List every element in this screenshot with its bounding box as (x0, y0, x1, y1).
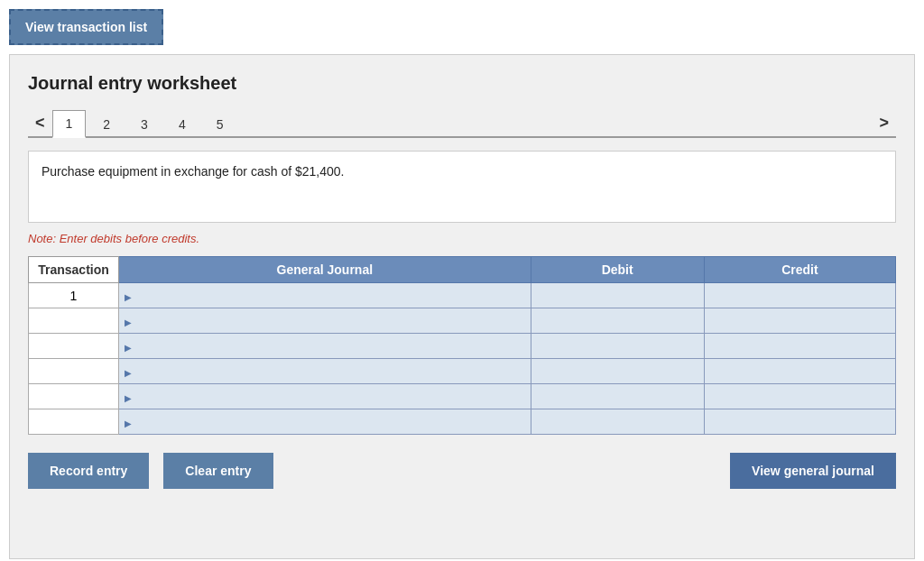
table-row (29, 384, 896, 409)
cell-credit-2[interactable] (704, 308, 895, 334)
cell-credit-4[interactable] (704, 359, 895, 384)
tab-row: < 1 2 3 4 5 > (28, 108, 896, 138)
cell-transaction-4 (29, 359, 119, 384)
tab-prev-button[interactable]: < (28, 111, 52, 134)
note-text: Note: Enter debits before credits. (28, 232, 896, 245)
tab-2[interactable]: 2 (89, 111, 124, 138)
tab-1[interactable]: 1 (52, 110, 87, 138)
cell-debit-3[interactable] (531, 334, 704, 359)
tab-4[interactable]: 4 (165, 111, 199, 138)
table-row: 1 (29, 283, 896, 308)
cell-journal-6[interactable] (119, 409, 531, 435)
col-header-transaction: Transaction (29, 257, 119, 283)
cell-transaction-1: 1 (29, 283, 119, 308)
tab-3[interactable]: 3 (127, 111, 162, 138)
record-entry-button[interactable]: Record entry (28, 453, 149, 489)
clear-entry-button[interactable]: Clear entry (163, 453, 273, 489)
col-header-general-journal: General Journal (119, 257, 531, 283)
cell-debit-5[interactable] (531, 384, 704, 409)
description-box: Purchase equipment in exchange for cash … (28, 151, 896, 223)
button-row: Record entry Clear entry View general jo… (28, 453, 896, 489)
table-row (29, 308, 896, 334)
worksheet-title: Journal entry worksheet (28, 73, 896, 94)
cell-journal-3[interactable] (119, 334, 531, 359)
cell-journal-1[interactable] (119, 283, 531, 308)
cell-transaction-5 (29, 384, 119, 409)
description-text: Purchase equipment in exchange for cash … (42, 164, 344, 179)
cell-credit-5[interactable] (704, 384, 895, 409)
main-container: Journal entry worksheet < 1 2 3 4 5 > Pu… (9, 54, 915, 559)
cell-transaction-6 (29, 409, 119, 435)
cell-debit-6[interactable] (531, 409, 704, 435)
journal-table: Transaction General Journal Debit Credit… (28, 256, 896, 435)
cell-journal-4[interactable] (119, 359, 531, 384)
cell-transaction-2 (29, 308, 119, 334)
table-row (29, 409, 896, 435)
col-header-debit: Debit (531, 257, 704, 283)
view-general-journal-button[interactable]: View general journal (730, 453, 896, 489)
cell-journal-5[interactable] (119, 384, 531, 409)
table-row (29, 334, 896, 359)
cell-transaction-3 (29, 334, 119, 359)
cell-debit-4[interactable] (531, 359, 704, 384)
tab-5[interactable]: 5 (203, 111, 237, 138)
tab-next-button[interactable]: > (872, 111, 896, 134)
col-header-credit: Credit (704, 257, 895, 283)
table-row (29, 359, 896, 384)
cell-credit-6[interactable] (704, 409, 895, 435)
top-bar: View transaction list (0, 0, 924, 54)
cell-debit-1[interactable] (531, 283, 704, 308)
cell-credit-3[interactable] (704, 334, 895, 359)
cell-credit-1[interactable] (704, 283, 895, 308)
cell-journal-2[interactable] (119, 308, 531, 334)
cell-debit-2[interactable] (531, 308, 704, 334)
view-transaction-list-button[interactable]: View transaction list (9, 9, 163, 45)
